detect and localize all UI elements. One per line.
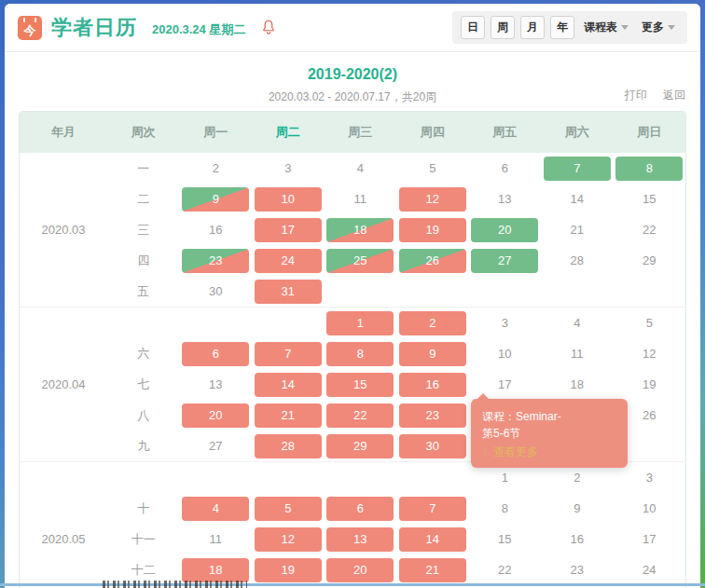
back-link[interactable]: 返回 <box>663 89 685 102</box>
day-cell[interactable]: 27 <box>182 434 249 458</box>
day-cell[interactable]: 29 <box>326 434 394 458</box>
day-cell[interactable]: 22 <box>471 558 538 582</box>
day-cell[interactable]: 11 <box>326 187 394 212</box>
day-cell[interactable]: 18 <box>326 218 394 242</box>
day-cell[interactable]: 14 <box>399 527 466 552</box>
day-cell[interactable]: 4 <box>326 157 394 181</box>
day-cell[interactable]: 24 <box>255 249 322 273</box>
view-button-1[interactable]: 周 <box>491 16 515 39</box>
day-cell[interactable]: 6 <box>182 342 249 366</box>
day-cell[interactable]: 23 <box>544 558 611 582</box>
day-cell[interactable]: 8 <box>326 342 394 366</box>
day-cell[interactable]: 10 <box>255 187 322 212</box>
day-cell[interactable]: 4 <box>544 311 611 335</box>
day-cell[interactable]: 9 <box>182 187 249 212</box>
day-cell[interactable]: 15 <box>326 373 394 397</box>
day-cell[interactable]: 21 <box>544 218 611 242</box>
day-cell[interactable]: 4 <box>182 497 249 521</box>
day-slot: 2 <box>180 157 253 181</box>
day-cell[interactable]: 20 <box>182 403 249 428</box>
day-cell[interactable]: 12 <box>399 187 466 212</box>
day-cell[interactable]: 30 <box>399 434 466 458</box>
day-cell[interactable]: 21 <box>399 558 466 582</box>
day-cell[interactable]: 19 <box>255 558 322 582</box>
day-cell[interactable]: 12 <box>255 527 322 552</box>
day-cell[interactable]: 13 <box>326 527 394 552</box>
day-cell[interactable]: 20 <box>326 558 394 582</box>
day-cell[interactable]: 23 <box>399 403 466 428</box>
day-cell[interactable]: 14 <box>544 187 611 212</box>
view-button-3[interactable]: 年 <box>550 16 574 39</box>
day-cell[interactable]: 20 <box>471 218 538 242</box>
day-cell[interactable]: 1 <box>471 466 538 490</box>
day-cell[interactable]: 6 <box>326 497 394 521</box>
day-cell[interactable]: 22 <box>326 403 394 428</box>
dropdown-button-1[interactable]: 更多 <box>638 16 679 39</box>
day-cell[interactable]: 16 <box>544 527 611 552</box>
day-cell[interactable]: 5 <box>255 497 322 521</box>
day-cell[interactable]: 2 <box>399 311 466 335</box>
day-cell[interactable]: 10 <box>471 342 538 366</box>
app-logo-glyph: 今 <box>24 24 36 36</box>
day-cell[interactable]: 9 <box>544 497 611 521</box>
day-cell[interactable]: 22 <box>615 218 683 242</box>
day-cell[interactable]: 8 <box>615 157 683 181</box>
day-cell[interactable]: 23 <box>182 249 249 273</box>
day-cell[interactable]: 17 <box>615 527 683 552</box>
day-cell[interactable]: 24 <box>615 558 683 582</box>
day-cell[interactable]: 3 <box>255 157 322 181</box>
day-cell[interactable]: 13 <box>182 373 249 397</box>
day-cell[interactable]: 15 <box>471 527 538 552</box>
day-cell[interactable]: 2 <box>544 466 611 490</box>
day-cell[interactable]: 25 <box>326 249 394 273</box>
day-cell[interactable]: 6 <box>471 157 538 181</box>
day-cell[interactable]: 31 <box>255 280 322 304</box>
day-cell[interactable]: 1 <box>326 311 394 335</box>
day-cell[interactable]: 2 <box>182 157 249 181</box>
day-cell[interactable]: 16 <box>399 373 466 397</box>
day-cell[interactable]: 15 <box>615 187 683 212</box>
day-cell[interactable]: 18 <box>544 373 611 397</box>
dropdown-button-0[interactable]: 课程表 <box>580 16 632 39</box>
day-cell[interactable]: 5 <box>399 157 466 181</box>
day-cell[interactable]: 11 <box>544 342 611 366</box>
week-number-label: 十一 <box>107 531 180 548</box>
notification-bell-icon[interactable] <box>260 19 277 39</box>
day-cell[interactable]: 28 <box>255 434 322 458</box>
day-cell[interactable]: 18 <box>182 558 249 582</box>
day-cell[interactable]: 9 <box>399 342 466 366</box>
screen-artifact <box>103 581 247 588</box>
day-cell[interactable]: 7 <box>255 342 322 366</box>
day-cell[interactable]: 3 <box>471 311 538 335</box>
day-cell[interactable]: 5 <box>615 311 683 335</box>
day-cell[interactable]: 14 <box>255 373 322 397</box>
day-slot: 9 <box>541 497 614 521</box>
day-cell[interactable]: 7 <box>399 497 466 521</box>
day-cell[interactable]: 16 <box>182 218 249 242</box>
day-cell[interactable]: 29 <box>615 249 683 273</box>
view-button-0[interactable]: 日 <box>461 16 485 39</box>
day-cell[interactable]: 12 <box>615 342 683 366</box>
print-link[interactable]: 打印 <box>625 89 647 102</box>
day-cell[interactable]: 27 <box>471 249 538 273</box>
day-cell[interactable]: 21 <box>255 403 322 428</box>
day-slot: 19 <box>396 218 469 242</box>
day-cell[interactable]: 8 <box>471 497 538 521</box>
day-cell[interactable]: 3 <box>615 466 683 490</box>
day-slot: 5 <box>252 497 325 521</box>
day-cell[interactable]: 17 <box>255 218 322 242</box>
day-cell[interactable]: 28 <box>544 249 611 273</box>
day-cell[interactable]: 30 <box>182 280 249 304</box>
day-slot: 27 <box>180 434 253 458</box>
day-cell[interactable]: 13 <box>471 187 538 212</box>
day-cell[interactable]: 11 <box>182 527 249 552</box>
view-more-link[interactable]: 〉查看更多 <box>482 444 538 460</box>
day-cell[interactable]: 10 <box>615 497 683 521</box>
day-cell[interactable]: 7 <box>544 157 611 181</box>
day-cell[interactable]: 17 <box>471 373 538 397</box>
day-slot: 20 <box>469 218 542 242</box>
day-cell[interactable]: 26 <box>399 249 466 273</box>
view-button-2[interactable]: 月 <box>520 16 545 39</box>
day-cell[interactable]: 19 <box>615 373 683 397</box>
day-cell[interactable]: 19 <box>399 218 466 242</box>
